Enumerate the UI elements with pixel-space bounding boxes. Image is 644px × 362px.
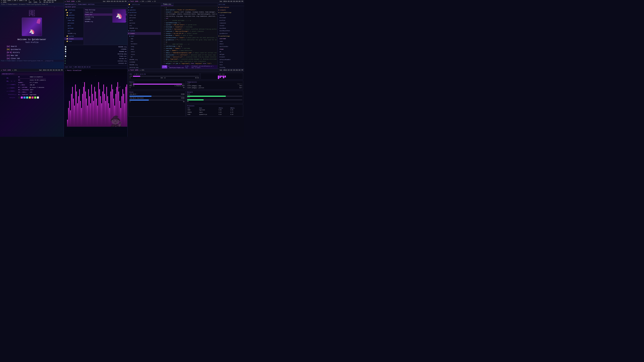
viz-bar-28 xyxy=(95,91,96,127)
file-desktop[interactable]: 🖼 desktop.png xyxy=(65,53,126,55)
tree-wsl-e[interactable]: wsl xyxy=(128,24,161,27)
tree-worklab-e[interactable]: worklab xyxy=(128,22,161,24)
tree-work[interactable]: work xyxy=(64,24,83,27)
outline-wmtype[interactable]: wmType xyxy=(218,53,244,56)
nf-shell-value: zsh xyxy=(30,91,32,93)
browser-content: ╔═══╗╔═══╗ ║╔═╗║║╔══╝ ║║ ║║║╚══╗ ║╚═╝║║╔… xyxy=(0,6,64,62)
disk-section: Disks /dev/dm-0 / 504GB /dev/dm-0 /nix/s… xyxy=(128,91,186,117)
tree-readmeorg-e[interactable]: README.org xyxy=(128,63,161,66)
tree-homelab[interactable]: home.lab xyxy=(64,19,83,22)
viz-bar-9 xyxy=(76,91,77,127)
menu-newtab[interactable]: [t] New tab xyxy=(7,54,62,57)
viz-bar-2 xyxy=(69,101,70,127)
viz-bar-38 xyxy=(105,101,106,127)
tree-personal-e[interactable]: personal xyxy=(128,16,161,19)
tree-readme[interactable]: README.org xyxy=(64,32,83,35)
outline-locale[interactable]: locale xyxy=(218,24,244,27)
file-flakenix2[interactable]: 📄 flake.nix xyxy=(65,55,126,57)
tree-bin-e[interactable]: bin xyxy=(128,40,161,43)
outline-wm[interactable]: wm xyxy=(218,50,244,53)
tree-user[interactable]: 📁 user xyxy=(64,40,83,43)
menu-history[interactable]: [$ h] History xyxy=(7,51,62,54)
tree-wsl[interactable]: wsl xyxy=(64,30,83,32)
tree-hardware-e[interactable]: hardware xyxy=(128,42,161,45)
proc-row-emacs: 550631 emacs 0.25 0.75 xyxy=(188,111,242,113)
status-bar-q3: ⬥ Tech 100% ⬥ 20% ⬥ 100% ⬥ 25 Sat 2024-0… xyxy=(128,0,244,3)
tree-worklab[interactable]: worklab xyxy=(64,27,83,30)
file-installsh[interactable]: ⚙ install.sh xyxy=(65,62,126,64)
tree-themes[interactable]: 📁 themes xyxy=(64,37,83,40)
divider-v2 xyxy=(128,0,128,137)
outline-term[interactable]: term xyxy=(218,61,244,63)
outline-bootmount[interactable]: bootMountPath xyxy=(218,29,244,32)
mem-bar-container xyxy=(133,84,184,85)
menu-label-history: History xyxy=(13,52,20,53)
viz-bar-57 xyxy=(124,103,125,127)
tree-profiles[interactable]: ▼ profiles xyxy=(64,16,83,19)
tree-git[interactable]: 📁 .git xyxy=(64,11,83,14)
nf-header: emmet@snowfire:~ xyxy=(1,73,63,75)
viz-bar-13 xyxy=(80,101,81,127)
tree-system-e[interactable]: ▶ system xyxy=(128,29,161,32)
tree-readme-e2[interactable]: README.org xyxy=(128,58,161,61)
tree-deskpng-e[interactable]: desktop.png xyxy=(128,66,161,69)
cpu-stat-pct: AVG: 13 xyxy=(160,77,165,79)
nf-color-swatches xyxy=(18,96,46,98)
tab-flakenix[interactable]: flake.nix xyxy=(161,3,174,6)
tree-wm-e[interactable]: wm xyxy=(128,56,161,58)
file-readme-md2[interactable]: 📄 README.md xyxy=(65,50,126,53)
outline-username[interactable]: username xyxy=(218,37,244,40)
outline-font[interactable]: font xyxy=(218,63,244,66)
tree-style-e[interactable]: style xyxy=(128,53,161,56)
tree-patches-e[interactable]: ▶ patches xyxy=(128,9,161,11)
outline-grub[interactable]: grubDevice xyxy=(218,32,244,35)
tree-lang-e[interactable]: lang xyxy=(128,45,161,48)
tree-readme-e[interactable]: README.org xyxy=(128,27,161,30)
outline-email[interactable]: email xyxy=(218,42,244,45)
outline-browser[interactable]: browser xyxy=(218,56,244,58)
outline-theme[interactable]: theme xyxy=(218,48,244,51)
outline-timezone[interactable]: timezone xyxy=(218,22,244,24)
tree-work-e[interactable]: work xyxy=(128,19,161,22)
outline-name[interactable]: name xyxy=(218,40,244,43)
tree-homelab-e[interactable]: home.lab xyxy=(128,14,161,16)
outline-dotfilesdir[interactable]: dotfilesDir xyxy=(218,45,244,48)
outline-bootmode[interactable]: bootMode xyxy=(218,27,244,30)
outline-description[interactable]: ▶ description xyxy=(218,6,244,9)
editor-code-area[interactable]: 1 2 3 4 5 6 7 8 9 10 11 12 13 14 15 16 1 xyxy=(161,6,217,65)
file-license-2[interactable]: 📄 LICENSE xyxy=(65,48,126,50)
outline-profile[interactable]: profile xyxy=(218,19,244,22)
file-readme-md[interactable]: 📄 README.org xyxy=(65,46,126,48)
tree-personal[interactable]: personal xyxy=(64,22,83,24)
outline-hostname[interactable]: hostname xyxy=(218,16,244,19)
outline-system-settings[interactable]: ▼ systemSettings xyxy=(218,11,244,14)
file-harden[interactable]: ⚙ harden.sh xyxy=(65,57,126,60)
viz-bar-27 xyxy=(94,87,95,127)
outline-user-settings[interactable]: ▼ userSettings xyxy=(218,35,244,37)
tree-system[interactable]: 📁 system xyxy=(64,35,83,37)
outline-outputs[interactable]: ▶ outputs xyxy=(218,9,244,11)
tree-app-e[interactable]: app xyxy=(128,37,161,40)
outline-system[interactable]: system xyxy=(218,14,244,16)
menu-quickmarks[interactable]: [b] Quickmarks xyxy=(7,48,62,51)
tree-themes-e[interactable]: ▼ themes xyxy=(128,32,161,35)
tree-shell-e[interactable]: shell xyxy=(128,50,161,53)
file-installorg2[interactable]: ⚙ install.org xyxy=(65,60,126,62)
tree-license-e[interactable]: LICENSE xyxy=(128,61,161,63)
tree-git-e[interactable]: ▶ .git xyxy=(128,6,161,9)
nf-desktop-value: hyprland xyxy=(30,93,36,96)
tree-profiles-e[interactable]: ▼ profiles xyxy=(128,11,161,14)
fm-extra-files: 📄 README.org 📄 LICENSE 📄 README.md 🖼 des… xyxy=(64,45,128,65)
tree-patches[interactable]: 📁 patches xyxy=(64,14,83,16)
viz-bar-41 xyxy=(108,103,109,127)
mini-bar-3 xyxy=(221,76,222,77)
viz-bar-55 xyxy=(122,89,123,127)
outline-fontpkg[interactable]: fontPkg xyxy=(218,66,244,69)
tree-dotfiles[interactable]: 📁 .dotfiles xyxy=(64,9,83,11)
tree-pkgs-e[interactable]: pkgs xyxy=(128,48,161,51)
menu-search[interactable]: [o] Search xyxy=(7,45,62,48)
tree-user-e[interactable]: ▶ user xyxy=(128,35,161,37)
swatch-white xyxy=(37,96,39,98)
outline-roamdir[interactable]: defaultRoamDir xyxy=(218,58,244,61)
nf-pkgs-label: MA | PACKAGES: xyxy=(18,89,29,91)
